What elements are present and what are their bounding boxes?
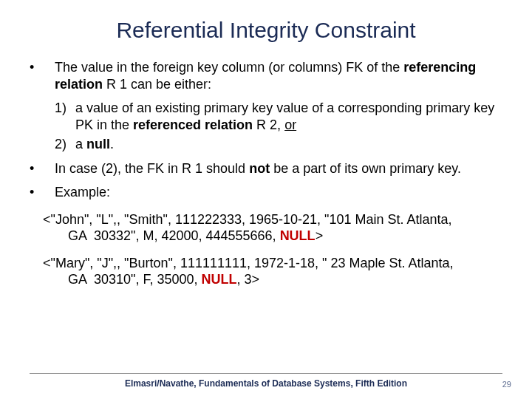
page-number: 29 xyxy=(502,380,511,389)
bullet-text: The value in the foreign key column (or … xyxy=(55,59,502,92)
slide-title: Referential Integrity Constraint xyxy=(30,18,502,43)
bullet-text: Example: xyxy=(55,184,502,201)
numbered-item: 2) a null. xyxy=(55,136,502,153)
numbered-text: a value of an existing primary key value… xyxy=(75,100,502,133)
slide-body: • The value in the foreign key column (o… xyxy=(30,59,502,288)
bullet-mark: • xyxy=(30,59,55,92)
numbered-mark: 1) xyxy=(55,100,75,133)
bullet-mark: • xyxy=(30,160,55,177)
bullet-text: In case (2), the FK in R 1 should not be… xyxy=(55,160,502,177)
numbered-mark: 2) xyxy=(55,136,75,153)
example-tuple: <"Mary", "J",, "Burton", 111111111, 1972… xyxy=(43,255,502,288)
footer-text: Elmasri/Navathe, Fundamentals of Databas… xyxy=(0,378,532,389)
slide: Referential Integrity Constraint • The v… xyxy=(0,0,532,399)
example-tuple: <"John", "L",, "Smith", 111222333, 1965-… xyxy=(43,211,502,245)
bullet-item: • In case (2), the FK in R 1 should not … xyxy=(30,160,502,177)
footer-divider xyxy=(30,373,502,374)
numbered-list: 1) a value of an existing primary key va… xyxy=(55,100,502,153)
bullet-item: • The value in the foreign key column (o… xyxy=(30,59,502,92)
numbered-item: 1) a value of an existing primary key va… xyxy=(55,100,502,133)
examples-block: <"John", "L",, "Smith", 111222333, 1965-… xyxy=(43,211,502,288)
slide-footer: Elmasri/Navathe, Fundamentals of Databas… xyxy=(0,373,532,389)
bullet-mark: • xyxy=(30,184,55,201)
bullet-item: • Example: xyxy=(30,184,502,201)
numbered-text: a null. xyxy=(75,136,502,153)
